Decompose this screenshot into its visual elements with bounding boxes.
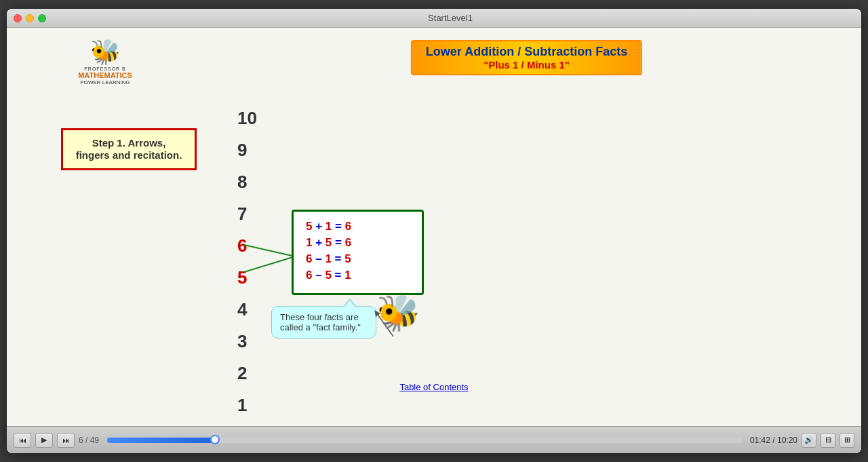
- progress-bar[interactable]: [107, 438, 742, 443]
- number-10: 10: [217, 102, 257, 134]
- fact-op-1: +: [315, 220, 326, 233]
- logo-bee-icon: 🐝: [61, 38, 149, 66]
- progress-thumb[interactable]: [210, 435, 220, 444]
- fact-family-box: 5 + 1 = 6 1 + 5 = 6 6 – 1 = 5: [292, 210, 424, 295]
- time-current: 01:42: [750, 436, 770, 445]
- number-4: 4: [217, 294, 257, 326]
- step-box: Step 1. Arrows, fingers and recitation.: [61, 128, 197, 170]
- fact-op-4: –: [315, 269, 325, 282]
- logo-prof-text: PROFESSOR B: [61, 66, 149, 71]
- play-button[interactable]: ▶: [35, 433, 53, 448]
- time-display: 01:42 / 10:20: [750, 436, 797, 445]
- fact-res-3: 5: [344, 252, 351, 265]
- slide-display: 6 / 49: [79, 436, 99, 445]
- app-window: StartLevel1 🐝 PROFESSOR B MATHEMATICS PO…: [7, 9, 861, 453]
- fact-eq-3: =: [335, 252, 345, 265]
- close-button[interactable]: [14, 14, 22, 22]
- fact-num-4b: 5: [325, 269, 331, 282]
- fact-num-2a: 1: [306, 236, 312, 249]
- maximize-button[interactable]: [38, 14, 46, 22]
- controls-bar: ⏮ ▶ ⏭ 6 / 49 01:42 / 10:20 🔊 ⊟ ⊞: [7, 426, 861, 453]
- fact-num-3b: 1: [325, 252, 331, 265]
- number-9: 9: [217, 134, 257, 166]
- title-bar: StartLevel1: [7, 9, 861, 28]
- tooltip-text: These four facts are called a "fact fami…: [280, 312, 361, 332]
- logo-math-text: MATHEMATICS: [61, 71, 149, 79]
- number-2: 2: [217, 358, 257, 389]
- number-5: 5: [217, 262, 257, 294]
- fact-row-4: 6 – 5 = 1: [306, 269, 410, 282]
- logo-power-text: POWER LEARNING: [61, 79, 149, 85]
- fact-num-1a: 5: [306, 220, 312, 233]
- step-box-text: Step 1. Arrows, fingers and recitation.: [76, 137, 182, 161]
- fact-num-2b: 5: [326, 236, 332, 249]
- fact-row-1: 5 + 1 = 6: [306, 220, 410, 233]
- fact-eq-1: =: [335, 220, 345, 233]
- number-7: 7: [217, 198, 257, 230]
- fact-row-3: 6 – 1 = 5: [306, 252, 410, 266]
- media-btn-2[interactable]: ⊟: [821, 433, 835, 448]
- fact-num-3a: 6: [306, 252, 312, 265]
- fact-res-4: 1: [344, 269, 351, 282]
- content-area: 🐝 PROFESSOR B MATHEMATICS POWER LEARNING…: [7, 28, 861, 426]
- rewind-button[interactable]: ⏮: [14, 433, 31, 448]
- time-total: 10:20: [777, 436, 797, 445]
- content-bee-mascot: 🐝: [376, 292, 420, 334]
- window-title: StartLevel1: [46, 13, 854, 23]
- lesson-banner: Lower Addition / Subtraction Facts "Plus…: [411, 40, 642, 75]
- toc-link[interactable]: Table of Contents: [399, 382, 468, 392]
- fact-res-1: 6: [345, 220, 351, 233]
- volume-button[interactable]: 🔊: [802, 433, 816, 448]
- numbers-column: 10 9 8 7 6 5 4 3 2 1: [217, 102, 257, 421]
- fact-eq-2: =: [335, 236, 345, 249]
- lesson-subtitle: "Plus 1 / Minus 1": [426, 59, 627, 71]
- fact-res-2: 6: [345, 236, 351, 249]
- traffic-lights: [14, 14, 46, 22]
- tooltip-bubble: These four facts are called a "fact fami…: [271, 306, 376, 339]
- logo-area: 🐝 PROFESSOR B MATHEMATICS POWER LEARNING: [61, 38, 149, 85]
- forward-button[interactable]: ⏭: [57, 433, 75, 448]
- fact-row-2: 1 + 5 = 6: [306, 236, 410, 250]
- progress-fill: [107, 438, 215, 443]
- number-3: 3: [217, 326, 257, 358]
- number-8: 8: [217, 166, 257, 198]
- number-1: 1: [217, 389, 257, 421]
- fact-num-4a: 6: [306, 269, 312, 282]
- fact-num-1b: 1: [326, 220, 332, 233]
- lesson-title: Lower Addition / Subtraction Facts: [426, 45, 627, 59]
- fact-op-3: –: [315, 252, 325, 265]
- media-btn-3[interactable]: ⊞: [840, 433, 854, 448]
- minimize-button[interactable]: [26, 14, 34, 22]
- number-6: 6: [217, 230, 257, 262]
- time-separator: /: [772, 436, 777, 445]
- fact-eq-4: =: [335, 269, 345, 282]
- fact-op-2: +: [315, 236, 326, 249]
